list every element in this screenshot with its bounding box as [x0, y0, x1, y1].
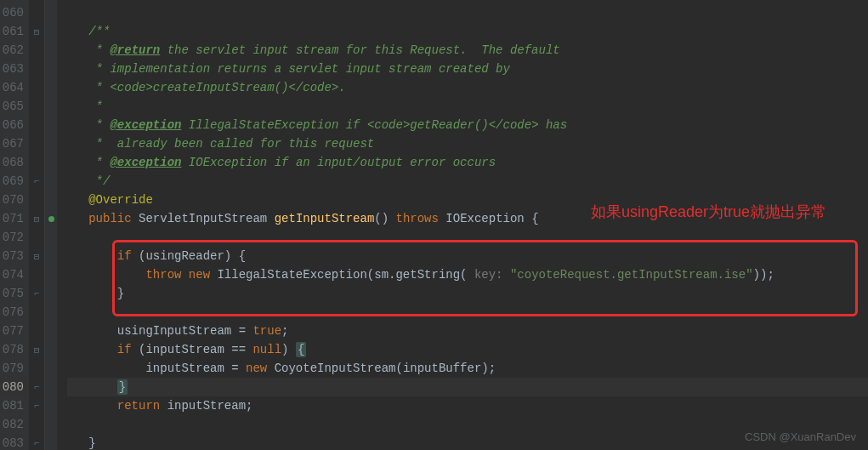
line-number: 078 [0, 340, 29, 359]
code-line[interactable]: if (usingReader) { [67, 247, 868, 265]
code-line[interactable]: * [67, 97, 868, 116]
line-number: 068 [0, 153, 29, 172]
fold-gutter: ⊟ ⌐ ⊟ ⊟ ⌐ ⊟ ⌐ ⌐ ⌐ [29, 0, 45, 450]
code-line[interactable]: * already been called for this request [67, 134, 868, 153]
line-number: 072 [0, 228, 29, 247]
code-line[interactable]: inputStream = new CoyoteInputStream(inpu… [67, 359, 868, 378]
code-line[interactable]: * @return the servlet input stream for t… [67, 41, 868, 60]
line-number: 063 [0, 60, 29, 78]
code-line[interactable]: * implementation returns a servlet input… [67, 60, 868, 78]
fold-end-icon: ⌐ [29, 434, 44, 450]
code-line[interactable]: /** [67, 22, 868, 41]
line-number: 074 [0, 265, 29, 284]
override-marker-icon[interactable] [48, 216, 54, 222]
code-line[interactable] [67, 3, 868, 22]
line-number: 067 [0, 134, 29, 153]
matched-brace: } [117, 379, 128, 395]
line-number: 077 [0, 322, 29, 340]
line-number: 060 [0, 3, 29, 22]
fold-end-icon: ⌐ [29, 172, 44, 191]
line-number-current: 080 [0, 378, 29, 396]
code-line[interactable]: usingInputStream = true; [67, 322, 868, 340]
fold-toggle-icon[interactable]: ⊟ [29, 22, 44, 41]
marker-gutter [45, 0, 57, 450]
code-line[interactable]: } [67, 284, 868, 303]
line-number: 070 [0, 191, 29, 209]
matched-brace: { [296, 342, 306, 357]
code-line[interactable]: * @exception IllegalStateException if <c… [67, 116, 868, 134]
fold-end-icon: ⌐ [29, 396, 44, 415]
line-number: 071 [0, 209, 29, 228]
line-number: 075 [0, 284, 29, 303]
line-number: 073 [0, 247, 29, 265]
line-number: 069 [0, 172, 29, 191]
code-line[interactable]: * @exception IOException if an input/out… [67, 153, 868, 172]
code-line[interactable]: * <code>createInputStream()</code>. [67, 78, 868, 97]
fold-end-icon: ⌐ [29, 284, 44, 303]
fold-toggle-icon[interactable]: ⊟ [29, 340, 44, 359]
code-editor[interactable]: 060 061 062 063 064 065 066 067 068 069 … [0, 0, 868, 450]
code-line[interactable]: */ [67, 172, 868, 191]
fold-end-icon: ⌐ [29, 378, 44, 396]
watermark: CSDN @XuanRanDev [745, 430, 856, 443]
code-line[interactable]: throw new IllegalStateException(sm.getSt… [67, 265, 868, 284]
line-number: 065 [0, 97, 29, 116]
fold-toggle-icon[interactable]: ⊟ [29, 209, 44, 228]
line-number: 061 [0, 22, 29, 41]
line-number: 082 [0, 415, 29, 434]
code-line[interactable]: if (inputStream == null) { [67, 340, 868, 359]
code-area[interactable]: /** * @return the servlet input stream f… [57, 0, 868, 450]
line-number: 064 [0, 78, 29, 97]
annotation-text: 如果usingReader为true就抛出异常 [591, 202, 826, 222]
code-line-current[interactable]: } [67, 378, 868, 396]
code-line[interactable]: return inputStream; [67, 396, 868, 415]
line-number: 079 [0, 359, 29, 378]
code-line[interactable] [67, 303, 868, 322]
line-number: 081 [0, 396, 29, 415]
line-number: 076 [0, 303, 29, 322]
fold-toggle-icon[interactable]: ⊟ [29, 247, 44, 265]
line-number: 066 [0, 116, 29, 134]
line-number: 083 [0, 434, 29, 450]
line-number: 062 [0, 41, 29, 60]
code-line[interactable] [67, 228, 868, 247]
line-number-gutter: 060 061 062 063 064 065 066 067 068 069 … [0, 0, 29, 450]
